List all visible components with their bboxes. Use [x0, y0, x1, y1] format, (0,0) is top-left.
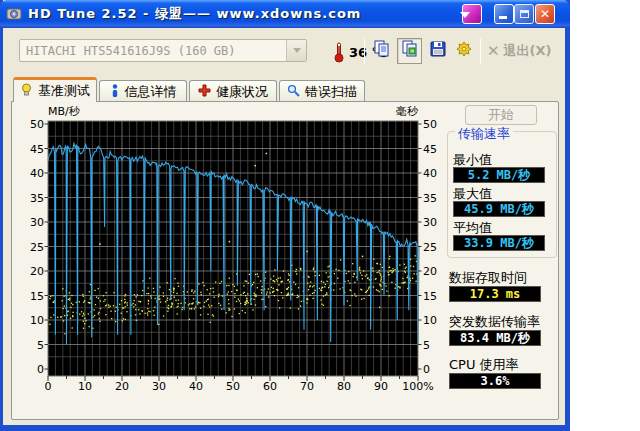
tab-info[interactable]: 信息详情 — [99, 80, 187, 102]
svg-text:20: 20 — [30, 265, 44, 278]
avg-value-display: 33.9 MB/秒 — [453, 235, 545, 251]
benchmark-icon — [20, 83, 33, 99]
svg-text:60: 60 — [263, 380, 277, 393]
app-icon — [6, 6, 22, 22]
tab-health[interactable]: 健康状况 — [189, 80, 277, 102]
tab-label: 信息详情 — [125, 83, 177, 101]
options-button[interactable] — [451, 38, 476, 64]
screen: HD Tune 2.52 - 绿盟—— www.xdowns.com ✕ HIT… — [0, 0, 640, 431]
minimize-icon — [499, 16, 507, 19]
copy-to-file-button[interactable] — [397, 38, 422, 64]
svg-text:40: 40 — [423, 167, 437, 180]
download-button[interactable] — [462, 4, 482, 24]
min-value-display: 5.2 MB/秒 — [453, 167, 545, 183]
health-icon — [198, 84, 211, 100]
svg-text:10: 10 — [423, 314, 437, 327]
exit-label: 退出(X) — [504, 42, 552, 60]
svg-text:25: 25 — [30, 241, 44, 254]
svg-text:90: 90 — [374, 380, 388, 393]
options-icon — [455, 40, 473, 62]
svg-text:80: 80 — [337, 380, 351, 393]
scan-icon — [287, 84, 300, 100]
svg-text:45: 45 — [30, 143, 44, 156]
svg-text:30: 30 — [30, 216, 44, 229]
svg-text:30: 30 — [423, 216, 437, 229]
svg-text:25: 25 — [423, 241, 437, 254]
svg-text:MB/秒: MB/秒 — [48, 105, 81, 118]
svg-text:40: 40 — [30, 167, 44, 180]
close-icon: ✕ — [540, 8, 550, 20]
chevron-down-icon — [286, 40, 306, 61]
svg-text:30: 30 — [152, 380, 166, 393]
svg-text:45: 45 — [423, 143, 437, 156]
tab-label: 健康状况 — [216, 83, 268, 101]
exit-button[interactable]: ✕ 退出(X) — [487, 42, 551, 60]
drive-select[interactable]: HITACHI HTS541616J9S (160 GB) — [19, 39, 307, 62]
cpu-usage-display: 3.6% — [449, 373, 541, 389]
svg-text:50: 50 — [30, 118, 44, 131]
window-title: HD Tune 2.52 - 绿盟—— www.xdowns.com — [28, 5, 361, 23]
access-time-display: 17.3 ms — [449, 286, 541, 302]
svg-text:20: 20 — [423, 265, 437, 278]
svg-text:10: 10 — [30, 314, 44, 327]
svg-text:20: 20 — [115, 380, 129, 393]
svg-text:5: 5 — [37, 339, 44, 352]
title-bar: HD Tune 2.52 - 绿盟—— www.xdowns.com ✕ — [0, 0, 570, 28]
tab-benchmark[interactable]: 基准测试 — [13, 77, 97, 102]
access-time-label: 数据存取时间 — [449, 269, 527, 287]
copy-file-icon — [401, 40, 419, 62]
tab-label: 错误扫描 — [305, 83, 357, 101]
tab-error-scan[interactable]: 错误扫描 — [279, 80, 365, 102]
svg-text:35: 35 — [30, 192, 44, 205]
max-value-display: 45.9 MB/秒 — [453, 201, 545, 217]
svg-text:35: 35 — [423, 192, 437, 205]
close-button[interactable]: ✕ — [535, 4, 555, 24]
svg-text:0: 0 — [37, 363, 44, 376]
svg-text:15: 15 — [30, 290, 44, 303]
exit-icon: ✕ — [487, 44, 500, 59]
burst-rate-display: 83.4 MB/秒 — [449, 330, 541, 346]
toolbar-separator — [364, 39, 365, 64]
start-button[interactable]: 开始 — [465, 105, 537, 125]
svg-text:5: 5 — [423, 339, 430, 352]
maximize-button[interactable] — [514, 4, 534, 24]
svg-text:0: 0 — [45, 380, 52, 393]
app-window: HD Tune 2.52 - 绿盟—— www.xdowns.com ✕ HIT… — [0, 0, 570, 431]
svg-text:50: 50 — [423, 118, 437, 131]
svg-text:50: 50 — [226, 380, 240, 393]
svg-text:0: 0 — [423, 363, 430, 376]
svg-text:毫秒: 毫秒 — [396, 105, 419, 118]
info-icon — [110, 84, 120, 100]
drive-select-value: HITACHI HTS541616J9S (160 GB) — [20, 44, 286, 58]
copy-button[interactable] — [369, 38, 394, 64]
save-button[interactable] — [425, 38, 450, 64]
svg-text:40: 40 — [189, 380, 203, 393]
tab-label: 基准测试 — [38, 82, 90, 100]
benchmark-chart: MB/秒毫秒0055101015152020252530303535404045… — [15, 103, 451, 399]
toolbar-separator — [480, 39, 481, 64]
minimize-button[interactable] — [494, 4, 514, 24]
thermometer-icon — [333, 41, 345, 67]
svg-text:100%: 100% — [402, 380, 433, 393]
burst-rate-label: 突发数据传输率 — [449, 313, 540, 331]
svg-text:10: 10 — [78, 380, 92, 393]
transfer-rate-group-title: 传输速率 — [455, 125, 513, 143]
copy-icon — [373, 40, 391, 62]
svg-text:15: 15 — [423, 290, 437, 303]
svg-text:70: 70 — [300, 380, 314, 393]
save-icon — [429, 40, 447, 62]
maximize-icon — [520, 10, 529, 18]
cpu-usage-label: CPU 使用率 — [449, 356, 519, 374]
